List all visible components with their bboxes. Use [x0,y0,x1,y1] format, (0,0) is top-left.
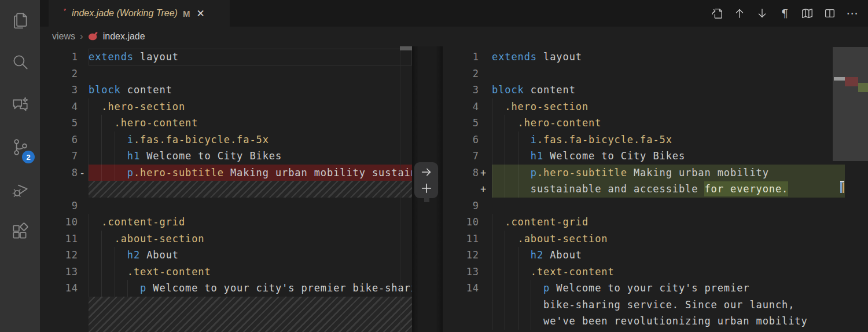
minimap-text-mark [834,77,845,81]
more-actions-icon[interactable]: ⋯ [845,6,860,21]
left-scrollbar-thumb[interactable] [400,46,412,50]
diff-marker [479,231,492,247]
indent-guide [518,313,518,330]
breadcrumb-file[interactable]: index.jade [103,31,145,42]
indent-guide [492,247,492,264]
line-number: 11 [443,231,479,247]
diff-spacer-row [40,181,412,198]
indent-guide [101,132,102,148]
editor-toolbar: ¶ ⋯ [709,5,860,22]
code-line: 13 .text-content [40,264,412,280]
diff-editor-original[interactable]: 1extends layout23block content4 .hero-se… [40,46,412,332]
code-line: 9 [443,198,845,214]
indent-guide [505,165,505,181]
indent-guide [518,181,518,198]
pug-file-icon [88,32,98,41]
line-number: 2 [40,65,78,82]
code-line-content: .text-content [492,264,845,280]
tab-close-icon[interactable]: ✕ [196,8,204,20]
code-line-content: i.fas.fa-bicycle.fa-5x [89,132,412,148]
diff-marker [78,49,89,65]
indent-guide [101,247,102,264]
diff-marker [78,198,89,214]
code-line: 5 .hero-content [443,115,845,132]
indent-guide [89,132,89,148]
tab-index-jade-working-tree[interactable]: index.jade (Working Tree) M ✕ [49,0,230,27]
sidebar-item-chat[interactable] [0,85,40,127]
code-line-content: extends layout [89,49,412,65]
diff-marker [78,214,89,231]
indent-guide [492,165,492,181]
indent-guide [101,264,102,280]
split-editor-icon[interactable] [822,6,837,21]
code-line: 10 .content-grid [40,214,412,231]
code-line-content: .hero-content [89,115,412,132]
code-line: 13 .text-content [443,264,845,280]
line-number: 6 [443,132,479,148]
line-number: 3 [40,82,78,98]
indent-guide [518,247,518,264]
line-number: 8 [40,165,78,181]
breadcrumb-folder[interactable]: views [52,31,75,42]
revert-change-icon[interactable] [419,165,434,180]
code-line-content: sustainable and accessible for everyone. [492,181,845,198]
map-icon[interactable] [800,6,815,21]
code-line: + sustainable and accessible for everyon… [443,181,845,198]
line-number: 8 [443,165,479,181]
indent-guide [89,280,89,297]
toggle-whitespace-icon[interactable]: ¶ [777,6,792,21]
indent-guide [492,132,492,148]
overview-deleted-mark [845,77,858,86]
code-line: 2 [443,65,845,82]
indent-guide [505,297,505,313]
diff-marker [479,132,492,148]
code-line: 6 i.fas.fa-bicycle.fa-5x [40,132,412,148]
pug-file-icon [56,9,67,19]
line-number: 5 [40,115,78,132]
sidebar-item-extensions[interactable] [0,211,40,254]
diff-marker [78,181,89,198]
line-number: 7 [40,148,78,165]
indent-guide [531,297,531,313]
next-change-icon[interactable] [755,6,770,21]
indent-guide [505,313,505,330]
diff-marker [78,264,89,280]
line-number: 13 [40,264,78,280]
sidebar-item-run-debug[interactable] [0,169,40,211]
sidebar-item-source-control[interactable]: 2 [0,127,40,169]
diff-marker: - [78,165,89,181]
indent-guide [127,280,128,297]
diff-marker [78,82,89,98]
indent-guide [89,214,89,231]
diff-marker [479,82,492,98]
previous-change-icon[interactable] [732,6,747,21]
indent-guide [492,214,492,231]
stage-change-icon[interactable] [419,181,434,196]
sidebar-item-explorer[interactable] [0,0,40,42]
diff-editor-modified[interactable]: 1extends layout23block content4 .hero-se… [443,46,845,332]
indent-guide [89,98,89,115]
indent-guide [492,98,492,115]
line-number: 10 [40,214,78,231]
code-line: 11 .about-section [443,231,845,247]
tab-title: index.jade (Working Tree) [72,8,178,19]
code-line: 11 .about-section [40,231,412,247]
diff-marker [479,313,492,330]
indent-guide [492,148,492,165]
code-line-content: block content [89,82,412,98]
line-number: 14 [40,280,78,297]
minimap-slider[interactable] [833,47,868,161]
right-editor-rows: 1extends layout23block content4 .hero-se… [443,46,845,330]
code-line: 3block content [443,82,845,98]
indent-guide [115,132,115,148]
code-line: 7 h1 Welcome to City Bikes [443,148,845,165]
indent-guide [531,280,531,297]
sidebar-item-search[interactable] [0,42,40,85]
indent-guide [505,231,505,247]
code-line-content [89,65,412,82]
open-file-icon[interactable] [709,6,724,21]
explorer-icon [10,10,30,32]
code-line-content: .content-grid [89,214,412,231]
line-number: 9 [40,198,78,214]
line-number: 11 [40,231,78,247]
